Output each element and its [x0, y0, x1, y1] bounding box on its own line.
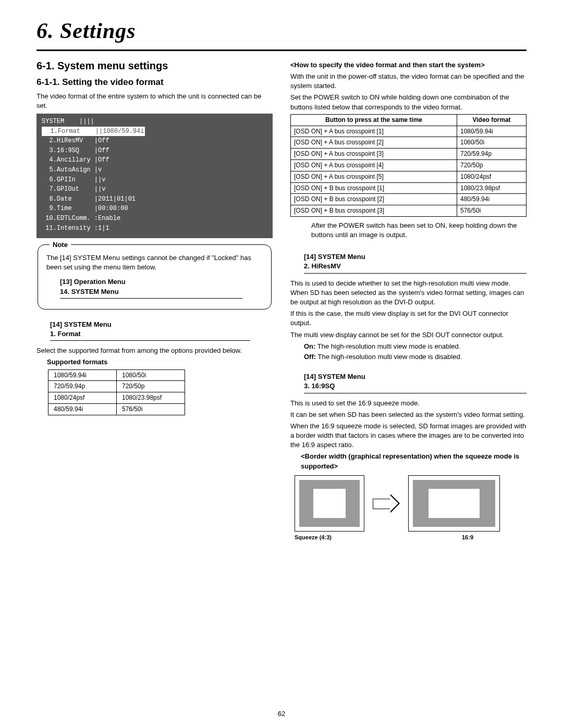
osd-row: 3.16:9SQ |Off: [42, 146, 267, 156]
sq-p1: This is used to set the 16:9 squeeze mod…: [290, 399, 527, 408]
menu2-line1: [14] SYSTEM Menu: [304, 253, 365, 261]
squeeze-diagram: [295, 475, 527, 532]
sq-p3: When the 16:9 squeeze mode is selected, …: [290, 422, 527, 450]
table-row: [OSD ON] + A bus crosspoint [2]1080/50i: [291, 137, 527, 149]
note-menu-line2: 14. SYSTEM Menu: [60, 288, 119, 295]
osd-row: 2.HiResMV |Off: [42, 136, 267, 146]
supported-formats-label: Supported formats: [47, 357, 273, 367]
osd-row: 10.EDTLComm. :Enable: [42, 214, 267, 224]
table-header-format: Video format: [457, 114, 527, 126]
page-number: 62: [0, 709, 563, 719]
squeeze-43-frame: [295, 475, 364, 532]
button-format-table: Button to press at the same time Video f…: [290, 114, 527, 217]
caption-squeeze-43: Squeeze (4:3): [295, 534, 390, 541]
on-label: On:: [304, 342, 315, 350]
menu1-line2: 1. Format: [50, 330, 81, 338]
menu3-line2: 3. 16:9SQ: [304, 382, 335, 390]
osd-row: 8.Date |2011|01|01: [42, 194, 267, 204]
note-label: Note: [50, 240, 71, 250]
table-row: [OSD ON] + A bus crosspoint [1]1080/59.9…: [291, 126, 527, 137]
select-text: Select the supported format from among t…: [36, 346, 273, 355]
howto-p1: With the unit in the power-off status, t…: [290, 72, 527, 91]
osd-row: 6.GPIIn ||v: [42, 175, 267, 185]
off-label: Off:: [304, 353, 316, 361]
osd-row: 7.GPIOut ||v: [42, 184, 267, 194]
osd-row: 1.Format ||1080/59.94i: [42, 127, 267, 137]
arrow-icon: [373, 495, 400, 512]
osd-row: 5.AutoAsign |v: [42, 165, 267, 175]
table-row: 480/59.94i576/50i: [48, 403, 185, 415]
hires-p1: This is used to decide whether to set th…: [290, 279, 527, 307]
osd-row: 11.Intensity :1|1: [42, 224, 267, 233]
note-box: Note The [14] SYSTEM Menu settings canno…: [38, 244, 272, 310]
osd-row: 4.Ancillary |Off: [42, 155, 267, 165]
table-row: [OSD ON] + A bus crosspoint [5]1080/24ps…: [291, 171, 527, 182]
table-row: [OSD ON] + B bus crosspoint [3]576/50i: [291, 205, 527, 217]
menu1-line1: [14] SYSTEM Menu: [50, 320, 112, 328]
section-heading: 6-1. System menu settings: [36, 58, 273, 73]
chapter-title: 6. Settings: [36, 16, 527, 51]
table-row: 1080/59.94i1080/50i: [48, 369, 185, 381]
after-power-text: After the POWER switch has been set to O…: [311, 221, 527, 240]
table-row: 1080/24psf1080/23.98psf: [48, 392, 185, 404]
hires-p2: If this is the case, the multi view disp…: [290, 309, 527, 328]
supported-formats-table: 1080/59.94i1080/50i720/59.94p720/50p1080…: [48, 369, 185, 415]
osd-header: SYSTEM ||||: [42, 117, 267, 127]
off-text: The high-resolution multi view mode is d…: [318, 353, 462, 361]
table-row: [OSD ON] + B bus crosspoint [2]480/59.94…: [291, 194, 527, 205]
howto-title: <How to specify the video format and the…: [290, 60, 527, 70]
left-column: 6-1. System menu settings 6-1-1. Setting…: [36, 58, 273, 541]
howto-p2: Set the POWER switch to ON while holding…: [290, 93, 527, 112]
hires-p3: The multi view display cannot be set for…: [290, 330, 527, 340]
table-row: [OSD ON] + A bus crosspoint [3]720/59.94…: [291, 149, 527, 160]
table-header-button: Button to press at the same time: [291, 114, 457, 126]
caption-169: 16:9: [422, 534, 513, 541]
table-row: 720/59.94p720/50p: [48, 381, 185, 392]
squeeze-169-frame: [408, 475, 500, 532]
border-title: <Border width (graphical representation)…: [301, 452, 527, 471]
intro-paragraph: The video format of the entire system to…: [36, 92, 273, 110]
menu3-line1: [14] SYSTEM Menu: [304, 373, 365, 380]
sq-p2: It can be set when SD has been selected …: [290, 410, 527, 419]
osd-screen: SYSTEM |||| 1.Format ||1080/59.94i 2.HiR…: [36, 114, 273, 238]
osd-row: 9.Time |00:00:00: [42, 204, 267, 214]
on-text: The high-resolution multi view mode is e…: [317, 342, 461, 350]
note-text: The [14] SYSTEM Menu settings cannot be …: [46, 253, 263, 272]
right-column: <How to specify the video format and the…: [290, 58, 527, 541]
note-menu-line1: [13] Operation Menu: [60, 278, 126, 286]
menu2-line2: 2. HiResMV: [304, 262, 341, 270]
table-row: [OSD ON] + B bus crosspoint [1]1080/23.9…: [291, 182, 527, 194]
table-row: [OSD ON] + A bus crosspoint [4]720/50p: [291, 159, 527, 171]
subsection-heading: 6-1-1. Setting the video format: [36, 76, 273, 89]
